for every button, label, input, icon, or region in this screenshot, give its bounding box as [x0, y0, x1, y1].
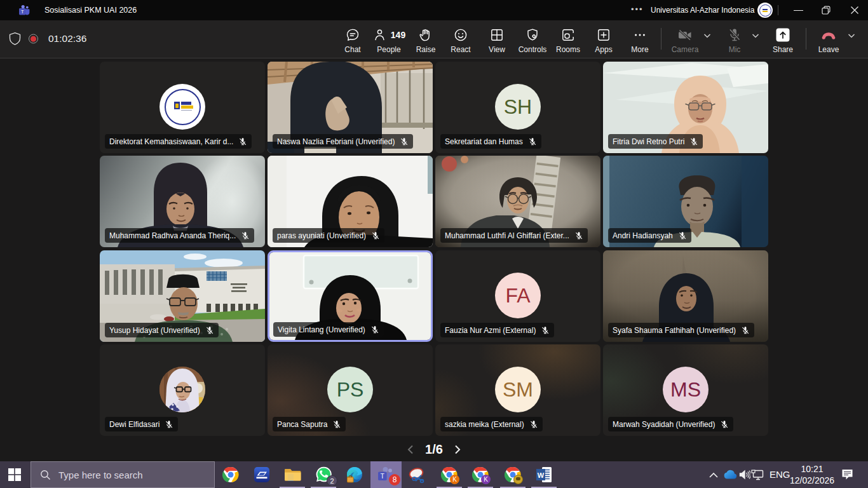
- svg-text:T: T: [381, 473, 384, 480]
- svg-text:W: W: [538, 471, 545, 479]
- svg-text:T: T: [21, 9, 24, 15]
